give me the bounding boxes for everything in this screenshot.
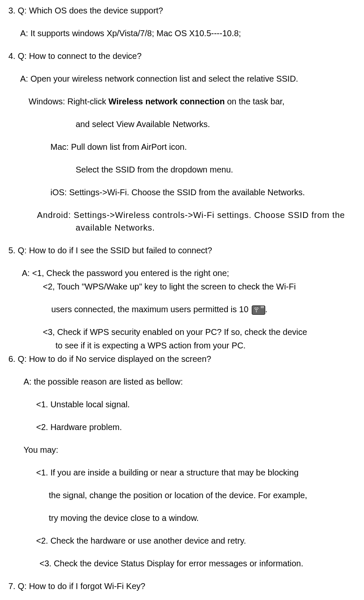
q4-question: 4. Q: How to connect to the device? bbox=[8, 50, 356, 62]
q4-mac-line1: Mac: Pull down list from AirPort icon. bbox=[8, 141, 356, 153]
q5-a1: A: <1, Check the password you entered is… bbox=[8, 267, 356, 279]
q4-windows-line2: and select View Available Networks. bbox=[8, 118, 356, 130]
q4-windows-line1: Windows: Right-click Wireless network co… bbox=[8, 95, 356, 108]
q5-a2b-line: users connected, the maximum users permi… bbox=[8, 303, 356, 316]
q4-ios: iOS: Settings->Wi-Fi. Choose the SSID fr… bbox=[8, 186, 356, 199]
q3-answer: A: It supports windows Xp/Vista/7/8; Mac… bbox=[8, 27, 356, 40]
q6-m1-2: the signal, change the position or locat… bbox=[8, 489, 356, 502]
q6-m1-1: <1. If you are inside a building or near… bbox=[8, 466, 356, 479]
wifi-users-icon bbox=[252, 305, 265, 315]
q6-answer-intro: A: the possible reason are listed as bel… bbox=[8, 375, 356, 388]
q5-question: 5. Q: How to do if I see the SSID but fa… bbox=[8, 244, 356, 257]
q4-answer-intro: A: Open your wireless network connection… bbox=[8, 72, 356, 85]
q4-android-text: Android: Settings->Wireless controls->Wi… bbox=[37, 210, 345, 220]
q5-a3-1: <3, Check if WPS security enabled on you… bbox=[8, 326, 356, 338]
q4-windows-1a: Windows: Right-click bbox=[29, 97, 108, 106]
q4-android: Android: Settings->Wireless controls->Wi… bbox=[8, 209, 356, 234]
q6-r1: <1. Unstable local signal. bbox=[8, 398, 356, 411]
q6-r2: <2. Hardware problem. bbox=[8, 421, 356, 433]
q3-question: 3. Q: Which OS does the device support? bbox=[8, 4, 356, 17]
q4-windows-1b: on the task bar, bbox=[225, 97, 285, 106]
q4-mac-line2: Select the SSID from the dropdown menu. bbox=[8, 163, 356, 176]
q5-a2b: users connected, the maximum users permi… bbox=[51, 305, 251, 314]
q5-a2c: . bbox=[265, 305, 268, 314]
q6-question: 6. Q: How to do if No service displayed … bbox=[8, 353, 356, 365]
q6-youmay: You may: bbox=[8, 443, 356, 456]
q7-question: 7. Q: How to do if I forgot Wi-Fi Key? bbox=[8, 580, 356, 592]
q6-m3: <3. Check the device Status Display for … bbox=[8, 557, 356, 570]
svg-point-0 bbox=[256, 311, 257, 312]
q4-android-cont: available Networks. bbox=[37, 221, 155, 234]
q4-windows-bold: Wireless network connection bbox=[108, 97, 225, 106]
q5-a3-2: to see if it is expecting a WPS action f… bbox=[8, 339, 356, 352]
q6-m1-3: try moving the device close to a window. bbox=[8, 512, 356, 524]
q5-a2: <2, Touch "WPS/Wake up" key to light the… bbox=[8, 280, 356, 293]
q6-m2: <2. Check the hardware or use another de… bbox=[8, 534, 356, 547]
